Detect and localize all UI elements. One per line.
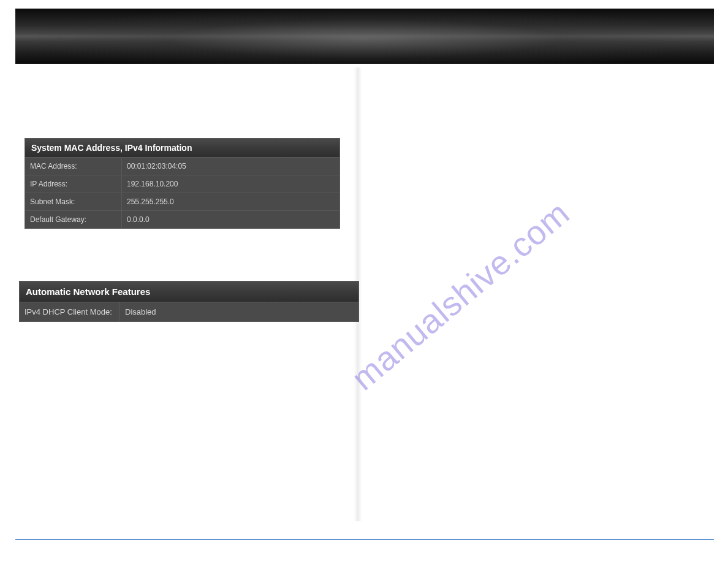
auto-features-panel: Automatic Network Features IPv4 DHCP Cli… xyxy=(19,281,359,322)
mac-address-label: MAC Address: xyxy=(25,158,122,175)
table-row: MAC Address: 00:01:02:03:04:05 xyxy=(25,158,339,175)
system-info-panel: System MAC Address, IPv4 Information MAC… xyxy=(25,138,340,229)
default-gateway-value: 0.0.0.0 xyxy=(122,211,339,228)
dhcp-client-mode-value: Disabled xyxy=(120,302,358,321)
ip-address-label: IP Address: xyxy=(25,175,122,193)
table-row: IP Address: 192.168.10.200 xyxy=(25,175,339,193)
auto-features-title: Automatic Network Features xyxy=(20,282,358,302)
content-area: System MAC Address, IPv4 Information MAC… xyxy=(25,138,365,374)
ip-address-value: 192.168.10.200 xyxy=(122,175,339,193)
dhcp-client-mode-label: IPv4 DHCP Client Mode: xyxy=(20,302,120,321)
mac-address-value: 00:01:02:03:04:05 xyxy=(122,158,339,175)
table-row: Default Gateway: 0.0.0.0 xyxy=(25,211,339,228)
bottom-divider xyxy=(15,539,714,540)
table-row: Subnet Mask: 255.255.255.0 xyxy=(25,193,339,211)
table-row: IPv4 DHCP Client Mode: Disabled xyxy=(20,302,358,321)
system-info-title: System MAC Address, IPv4 Information xyxy=(25,139,339,158)
subnet-mask-value: 255.255.255.0 xyxy=(122,193,339,210)
subnet-mask-label: Subnet Mask: xyxy=(25,193,122,210)
header-banner xyxy=(15,9,714,64)
default-gateway-label: Default Gateway: xyxy=(25,211,122,228)
watermark-text: manualshive.com xyxy=(344,193,577,398)
